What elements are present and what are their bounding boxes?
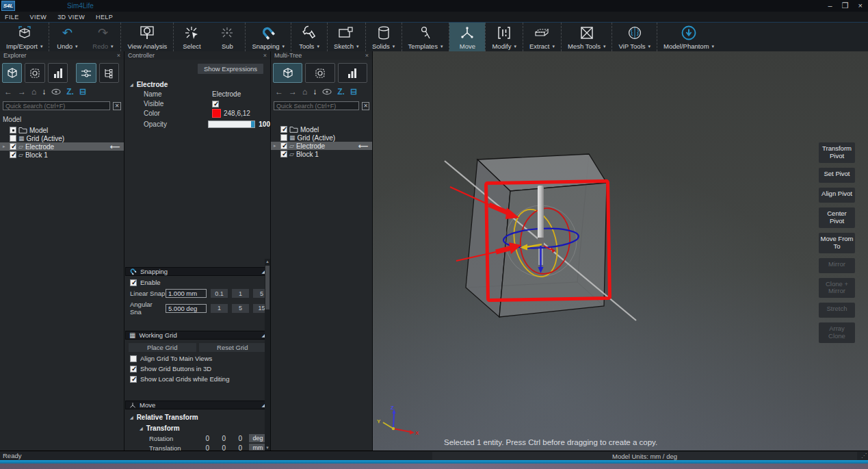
down-arrow-icon[interactable]: ↓ bbox=[313, 88, 317, 96]
place-grid-button[interactable]: Place Grid bbox=[129, 343, 196, 352]
tree-row-electrode[interactable]: ▸ ▱ Electrode ⟵ bbox=[271, 142, 372, 150]
tab-analysis[interactable] bbox=[48, 63, 68, 83]
move-section-header[interactable]: Move ◢ bbox=[125, 401, 269, 409]
checkbox[interactable] bbox=[130, 366, 137, 372]
tree-row-model[interactable]: Model bbox=[0, 126, 124, 134]
rotation-y-field[interactable]: 0 bbox=[209, 435, 226, 442]
restore-button[interactable]: ❒ bbox=[842, 2, 849, 10]
checkbox[interactable] bbox=[10, 127, 16, 134]
clear-search-icon[interactable]: ✕ bbox=[113, 102, 121, 110]
tab-hierarchy[interactable] bbox=[99, 63, 119, 83]
toolbar-mesh-tools[interactable]: Mesh Tools▾ bbox=[562, 23, 611, 51]
checkbox[interactable] bbox=[280, 142, 287, 149]
toolbar-undo[interactable]: ↶ Undo▾ bbox=[49, 23, 85, 51]
color-swatch[interactable] bbox=[212, 109, 221, 118]
dropdown-caret[interactable]: ▾ bbox=[356, 44, 359, 49]
working-grid-section-header[interactable]: ▦ Working Grid ◢ bbox=[125, 331, 269, 340]
close-icon[interactable]: × bbox=[263, 52, 267, 59]
tab-simulation[interactable] bbox=[25, 63, 44, 83]
array-clone-button[interactable]: Array Clone bbox=[819, 322, 855, 343]
toolbar-model-phantom[interactable]: Model/Phantom▾ bbox=[657, 23, 720, 51]
tree-row-grid[interactable]: ▦ Grid (Active) bbox=[0, 134, 124, 142]
z-sort-icon[interactable]: Z. bbox=[66, 88, 74, 96]
pin-arrow-icon[interactable]: ⟵ bbox=[358, 142, 368, 150]
tab-simulation[interactable] bbox=[305, 63, 334, 83]
home-icon[interactable]: ⌂ bbox=[302, 88, 307, 96]
toolbar-imp-export[interactable]: Imp/Export▾ bbox=[0, 23, 49, 51]
dropdown-caret[interactable]: ▾ bbox=[111, 44, 114, 49]
tab-analysis[interactable] bbox=[338, 63, 367, 83]
home-icon[interactable]: ⌂ bbox=[31, 88, 36, 96]
search-input[interactable] bbox=[3, 101, 110, 110]
clone-mirror-button[interactable]: Clone + Mirror bbox=[819, 278, 855, 299]
search-input[interactable] bbox=[274, 101, 359, 110]
expander-icon[interactable]: ▸ bbox=[274, 143, 278, 149]
eye-icon[interactable] bbox=[322, 88, 332, 95]
angular-snap-input[interactable]: 5.000 deg bbox=[166, 304, 207, 313]
center-pivot-button[interactable]: Center Pivot bbox=[819, 207, 855, 228]
dropdown-caret[interactable]: ▾ bbox=[440, 44, 443, 49]
dropdown-caret[interactable]: ▾ bbox=[648, 44, 651, 49]
toolbar-solids[interactable]: Solids▾ bbox=[366, 23, 402, 51]
angular-preset-button[interactable]: 5 bbox=[232, 304, 249, 313]
dropdown-caret[interactable]: ▾ bbox=[603, 44, 606, 49]
menu-view[interactable]: VIEW bbox=[30, 14, 47, 21]
collapse-all-icon[interactable]: ⊟ bbox=[350, 88, 357, 96]
visible-checkbox[interactable] bbox=[212, 101, 219, 107]
expander-icon[interactable]: ◢ bbox=[140, 426, 143, 431]
menu-help[interactable]: HELP bbox=[96, 14, 113, 21]
toolbar-extract[interactable]: Extract▾ bbox=[523, 23, 561, 51]
resize-grip-icon[interactable]: ⋰ bbox=[861, 453, 867, 459]
tree-row-block1[interactable]: ▱ Block 1 bbox=[0, 151, 124, 159]
stretch-button[interactable]: Stretch bbox=[819, 303, 855, 318]
dropdown-caret[interactable]: ▾ bbox=[317, 44, 319, 49]
slider-handle[interactable] bbox=[251, 121, 254, 127]
minimize-button[interactable]: – bbox=[828, 2, 832, 10]
viewport-3d[interactable]: Z X Y Transform Pivot Set Pivot Align Pi… bbox=[373, 51, 868, 451]
toolbar-redo[interactable]: ↷ Redo▾ bbox=[85, 23, 120, 51]
checkbox[interactable] bbox=[280, 134, 287, 141]
checkbox[interactable] bbox=[280, 126, 287, 133]
toolbar-modify[interactable]: Modify▾ bbox=[486, 23, 523, 51]
tree-row-block1[interactable]: ▱ Block 1 bbox=[271, 150, 372, 158]
name-value[interactable]: Electrode bbox=[212, 90, 241, 98]
move-from-to-button[interactable]: Move From To bbox=[819, 233, 855, 253]
show-expressions-button[interactable]: Show Expressions bbox=[198, 64, 263, 74]
scrollbar-thumb[interactable] bbox=[265, 266, 269, 309]
opacity-slider[interactable] bbox=[208, 121, 256, 128]
back-icon[interactable]: ← bbox=[275, 88, 283, 96]
expander-icon[interactable]: ◢ bbox=[130, 82, 133, 87]
toolbar-sub[interactable]: Sub bbox=[209, 23, 245, 51]
eye-icon[interactable] bbox=[51, 88, 61, 95]
toolbar-select[interactable]: Select bbox=[174, 23, 209, 51]
toolbar-vip-tools[interactable]: ViP Tools▾ bbox=[612, 23, 657, 51]
checkbox[interactable] bbox=[10, 143, 16, 150]
back-icon[interactable]: ← bbox=[4, 88, 12, 96]
checkbox[interactable] bbox=[130, 376, 137, 383]
snapping-section-header[interactable]: Snapping ◢ bbox=[125, 267, 269, 276]
z-sort-icon[interactable]: Z. bbox=[337, 88, 345, 96]
toolbar-view-analysis[interactable]: View Analysis bbox=[121, 23, 173, 51]
mirror-button[interactable]: Mirror bbox=[819, 258, 855, 273]
clear-search-icon[interactable]: ✕ bbox=[362, 102, 369, 110]
toolbar-templates[interactable]: Templates▾ bbox=[402, 23, 449, 51]
expander-icon[interactable]: ◢ bbox=[130, 415, 133, 420]
menu-3d-view[interactable]: 3D VIEW bbox=[57, 14, 85, 21]
enable-checkbox[interactable] bbox=[130, 279, 137, 286]
rotation-z-field[interactable]: 0 bbox=[226, 435, 242, 442]
tab-model-cube[interactable] bbox=[2, 63, 22, 83]
menu-file[interactable]: FILE bbox=[5, 14, 19, 21]
forward-icon[interactable]: → bbox=[289, 88, 297, 96]
forward-icon[interactable]: → bbox=[18, 88, 26, 96]
dropdown-caret[interactable]: ▾ bbox=[40, 44, 43, 49]
scroll-up-icon[interactable]: ▲ bbox=[265, 259, 270, 264]
set-pivot-button[interactable]: Set Pivot bbox=[819, 168, 855, 183]
linear-snap-input[interactable]: 1.000 mm bbox=[166, 289, 207, 298]
toolbar-tools[interactable]: Tools▾ bbox=[291, 23, 327, 51]
linear-preset-button[interactable]: 1 bbox=[232, 289, 249, 298]
align-pivot-button[interactable]: Align Pivot bbox=[819, 188, 855, 203]
dropdown-caret[interactable]: ▾ bbox=[282, 44, 285, 49]
angular-preset-button[interactable]: 1 bbox=[211, 304, 228, 313]
collapse-all-icon[interactable]: ⊟ bbox=[79, 88, 86, 96]
expander-icon[interactable]: ▸ bbox=[3, 144, 8, 149]
